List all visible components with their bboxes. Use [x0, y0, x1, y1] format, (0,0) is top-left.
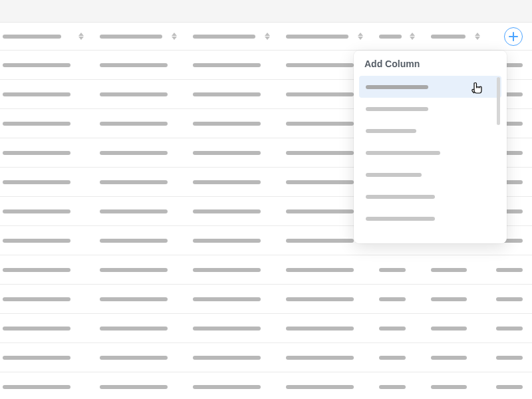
table-cell — [184, 122, 277, 126]
column-header-label — [100, 35, 162, 39]
cell-value — [286, 92, 354, 96]
add-column-option[interactable] — [359, 164, 501, 186]
cell-value — [496, 385, 523, 389]
add-column-option[interactable] — [359, 76, 501, 98]
table-cell — [184, 297, 277, 301]
table-cell — [90, 122, 184, 126]
cell-value — [3, 151, 70, 155]
column-header-label — [193, 35, 255, 39]
cell-value — [3, 239, 70, 243]
table-cell — [90, 327, 184, 331]
table-cell — [0, 268, 90, 272]
sort-icon[interactable] — [265, 33, 270, 40]
cell-value — [100, 327, 168, 331]
table-cell — [422, 297, 487, 301]
cell-value — [100, 268, 168, 272]
cell-value — [3, 92, 70, 96]
table-cell — [0, 180, 90, 184]
cell-value — [286, 356, 354, 360]
table-cell — [184, 356, 277, 360]
cell-value — [496, 268, 523, 272]
table-row[interactable] — [0, 372, 532, 399]
sort-icon[interactable] — [410, 33, 415, 40]
table-cell — [422, 327, 487, 331]
cell-value — [431, 356, 467, 360]
table-cell — [0, 63, 90, 67]
column-header[interactable] — [184, 33, 277, 40]
option-label — [366, 195, 435, 199]
cell-value — [3, 209, 70, 213]
table-cell — [90, 92, 184, 96]
column-header[interactable] — [0, 33, 90, 40]
add-column-option[interactable] — [359, 120, 501, 142]
sort-icon[interactable] — [172, 33, 177, 40]
cell-value — [100, 63, 168, 67]
column-header[interactable] — [277, 33, 370, 40]
table-cell — [0, 239, 90, 243]
sort-icon[interactable] — [358, 33, 363, 40]
table-row[interactable] — [0, 255, 532, 285]
table-cell — [184, 151, 277, 155]
table-cell — [487, 327, 532, 331]
column-header-label — [3, 35, 61, 39]
popup-list — [359, 76, 501, 237]
column-header[interactable] — [422, 33, 487, 40]
cell-value — [286, 151, 354, 155]
table-cell — [90, 356, 184, 360]
table-row[interactable] — [0, 285, 532, 314]
add-column-popup: Add Column — [354, 51, 507, 243]
cell-value — [3, 63, 70, 67]
option-label — [366, 151, 440, 155]
table-cell — [277, 327, 370, 331]
add-column-option[interactable] — [359, 229, 501, 237]
cell-value — [100, 122, 168, 126]
table-cell — [184, 239, 277, 243]
cell-value — [193, 209, 261, 213]
popup-scrollbar[interactable] — [497, 77, 500, 125]
add-column-button[interactable] — [504, 27, 523, 46]
table-row[interactable] — [0, 314, 532, 343]
add-column-option[interactable] — [359, 142, 501, 164]
cell-value — [193, 122, 261, 126]
sort-icon[interactable] — [475, 33, 480, 40]
table-cell — [487, 297, 532, 301]
cell-value — [3, 122, 70, 126]
table-cell — [422, 356, 487, 360]
table-cell — [370, 297, 422, 301]
cell-value — [100, 180, 168, 184]
table-cell — [370, 327, 422, 331]
cell-value — [193, 297, 261, 301]
cell-value — [496, 356, 523, 360]
table-cell — [370, 356, 422, 360]
table-row[interactable] — [0, 343, 532, 372]
add-column-option[interactable] — [359, 207, 501, 229]
cell-value — [379, 297, 406, 301]
cell-value — [3, 180, 70, 184]
table-cell — [90, 268, 184, 272]
sort-icon[interactable] — [78, 33, 84, 40]
cell-value — [193, 385, 261, 389]
cell-value — [3, 356, 70, 360]
table-cell — [184, 385, 277, 389]
add-column-option[interactable] — [359, 186, 501, 207]
table-cell — [277, 356, 370, 360]
cell-value — [496, 297, 523, 301]
table-cell — [0, 297, 90, 301]
cell-value — [431, 268, 467, 272]
cell-value — [193, 92, 261, 96]
cell-value — [431, 297, 467, 301]
column-header[interactable] — [370, 33, 422, 40]
table-cell — [370, 268, 422, 272]
add-column-option[interactable] — [359, 98, 501, 120]
popup-title: Add Column — [359, 59, 501, 76]
option-label — [366, 173, 422, 177]
table-cell — [184, 268, 277, 272]
table-cell — [184, 180, 277, 184]
table-cell — [0, 209, 90, 213]
option-label — [366, 107, 428, 111]
table-cell — [0, 356, 90, 360]
table-cell — [90, 297, 184, 301]
table-cell — [90, 151, 184, 155]
column-header[interactable] — [90, 33, 184, 40]
cell-value — [286, 327, 354, 331]
